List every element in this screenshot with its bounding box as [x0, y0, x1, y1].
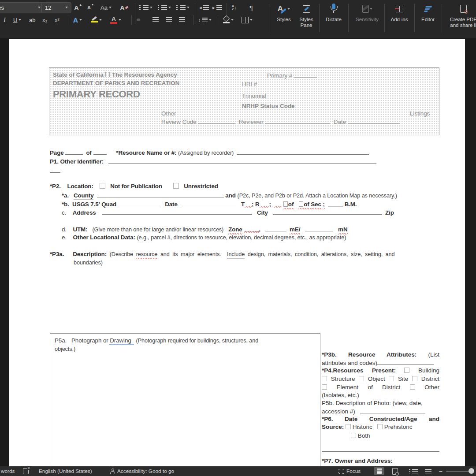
create-pdf-button[interactable]: Create PDFand share li — [444, 3, 476, 28]
p5a-line1: P5a. Photograph or Drawing (Photograph r… — [55, 337, 258, 344]
sort-button[interactable]: AZ↓ — [232, 2, 237, 13]
p4-line1: *P4.Resources Present: Building — [322, 367, 439, 374]
underline-button[interactable]: U — [13, 15, 21, 25]
focus-button[interactable]: Focus — [338, 466, 361, 476]
change-case-button[interactable]: Aa — [100, 2, 112, 13]
status-bar: words English (United States) Accessibil… — [0, 466, 476, 476]
styles-button[interactable]: A Styles — [272, 3, 295, 22]
font-color-icon: A — [110, 16, 117, 24]
decrease-indent-button[interactable]: ◂ — [199, 2, 209, 13]
chevron-down-icon — [99, 19, 102, 21]
strikethrough-button[interactable]: ab — [29, 15, 35, 25]
p6-line3: Both — [322, 432, 469, 439]
chevron-down-icon — [231, 19, 234, 21]
increase-indent-button[interactable]: ▸ — [212, 2, 222, 13]
form-header-box: State of California The Resources Agency… — [49, 67, 439, 135]
outline-view-icon — [409, 469, 418, 473]
p2d-line: d. UTM: (Give more than one for large an… — [62, 226, 348, 233]
listings-label: Listings — [410, 110, 430, 117]
italic-button[interactable]: I — [4, 15, 6, 25]
p4-line3: Element of District Other — [322, 384, 439, 390]
checkbox-other[interactable] — [410, 384, 415, 390]
font-select[interactable]: Times — [0, 2, 44, 13]
checkbox-prehistoric[interactable] — [377, 424, 383, 429]
highlighter-icon — [91, 18, 98, 22]
editor-button[interactable]: Editor — [416, 3, 440, 22]
show-marks-button[interactable]: ¶ — [249, 2, 253, 13]
line-spacing-button[interactable]: ↕ — [198, 15, 212, 25]
shrink-font-button[interactable]: A▾ — [87, 2, 93, 13]
checkbox-district[interactable] — [412, 376, 417, 381]
proofing-status[interactable] — [23, 466, 29, 476]
p5b-line2: accession #) — [322, 408, 439, 415]
p3a-line1: *P3a. Description: (Describe resource an… — [50, 251, 394, 257]
checkbox-unrestricted[interactable] — [173, 183, 179, 189]
chevron-down-icon — [65, 7, 68, 8]
styles-pane-button[interactable]: StylesPane — [296, 3, 316, 28]
chevron-down-icon — [38, 7, 41, 8]
dictate-mic-icon — [329, 3, 338, 15]
zoom-slider-knob[interactable] — [469, 468, 474, 474]
checkbox-building[interactable] — [404, 368, 409, 373]
superscript-button[interactable]: x² — [55, 15, 60, 25]
print-layout-view-button[interactable] — [374, 466, 384, 476]
p2-line: *P2. Location: Not for Publication Unres… — [50, 183, 218, 190]
multilevel-list-button[interactable] — [176, 2, 190, 13]
p3a-line2: boundaries) — [74, 259, 103, 266]
align-left-button[interactable] — [137, 15, 140, 25]
chevron-down-icon — [150, 7, 152, 8]
align-right-button[interactable] — [166, 15, 172, 25]
chevron-down-icon — [209, 19, 212, 21]
word-count[interactable]: words — [1, 466, 15, 476]
justify-button[interactable] — [179, 15, 185, 25]
font-size-select[interactable]: 12 — [41, 2, 71, 13]
p4-line4: (Isolates, etc.) — [322, 392, 439, 398]
missing-glyph-box — [105, 72, 110, 77]
eraser-icon — [125, 6, 128, 9]
p2b-line: *b. USGS 7.5' Quad Date T; R; of of Sec … — [62, 201, 357, 208]
zoom-slider[interactable] — [446, 466, 472, 476]
checkbox-site[interactable] — [389, 376, 394, 381]
checkbox-object[interactable] — [359, 376, 364, 381]
header-department: DEPARTMENT OF PARKS AND RECREATION — [53, 80, 179, 86]
document-page[interactable]: State of California The Resources Agency… — [9, 39, 465, 466]
primary-number-label: Primary # — [267, 72, 317, 79]
chevron-down-icon — [168, 7, 171, 8]
shading-button[interactable] — [223, 15, 234, 25]
checkbox-element-of-district[interactable] — [322, 384, 327, 390]
language-status[interactable]: English (United States) — [39, 466, 92, 476]
other-label: Other — [161, 110, 176, 117]
checkbox-structure[interactable] — [322, 376, 327, 381]
font-color-button[interactable]: A — [110, 15, 121, 25]
outline-view-button[interactable] — [409, 466, 418, 476]
justify-icon — [179, 17, 185, 23]
borders-button[interactable] — [242, 15, 253, 25]
editor-icon — [425, 3, 431, 15]
clear-formatting-button[interactable]: A — [120, 2, 128, 13]
grow-font-button[interactable]: A▴ — [74, 2, 82, 13]
numbered-list-button[interactable] — [158, 2, 171, 13]
dictate-button[interactable]: Dictate — [321, 3, 346, 22]
p6-line1: *P6. Date Constructed/Age and — [322, 416, 439, 422]
subscript-button[interactable]: x₂ — [42, 15, 48, 25]
text-effects-button[interactable]: A — [73, 15, 82, 25]
checkbox-both[interactable] — [351, 433, 356, 438]
web-layout-view-button[interactable] — [392, 466, 398, 476]
add-ins-icon — [396, 3, 403, 15]
align-right-icon — [166, 17, 172, 23]
p5b-line1: P5b. Description of Photo: (view, date, — [322, 400, 439, 406]
bullet-list-button[interactable] — [139, 2, 152, 13]
sensitivity-button: Sensitivity — [351, 3, 383, 22]
accessibility-status[interactable]: Accessibility: Good to go — [109, 466, 174, 476]
add-ins-button[interactable]: Add-ins — [386, 3, 413, 22]
highlight-button[interactable] — [91, 15, 102, 25]
form-title: PRIMARY RECORD — [53, 89, 140, 100]
trinomial-label: Trinomial — [242, 93, 266, 99]
align-center-button[interactable] — [152, 15, 159, 25]
chevron-down-icon — [187, 7, 190, 8]
checkbox-not-for-publication[interactable] — [100, 183, 105, 189]
focus-icon — [338, 469, 344, 474]
zoom-out-button[interactable]: – — [439, 466, 443, 476]
checkbox-historic[interactable] — [346, 424, 351, 429]
draft-view-button[interactable] — [425, 466, 431, 476]
